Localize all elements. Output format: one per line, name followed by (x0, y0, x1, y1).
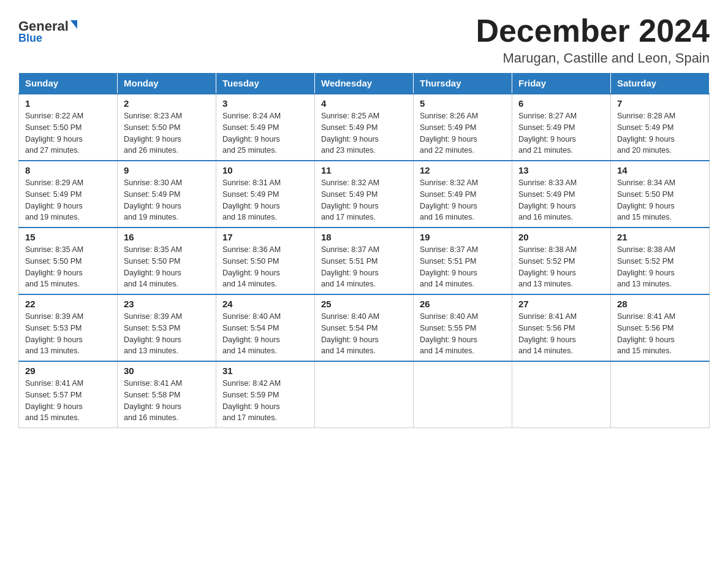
column-header-saturday: Saturday (611, 73, 710, 94)
day-info: Sunrise: 8:26 AM Sunset: 5:49 PM Dayligh… (420, 110, 506, 156)
calendar-cell: 13 Sunrise: 8:33 AM Sunset: 5:49 PM Dayl… (512, 161, 611, 228)
day-info: Sunrise: 8:25 AM Sunset: 5:49 PM Dayligh… (321, 110, 407, 156)
calendar-cell: 8 Sunrise: 8:29 AM Sunset: 5:49 PM Dayli… (19, 161, 118, 228)
calendar-cell: 20 Sunrise: 8:38 AM Sunset: 5:52 PM Dayl… (512, 228, 611, 294)
calendar-cell: 24 Sunrise: 8:40 AM Sunset: 5:54 PM Dayl… (216, 294, 315, 361)
day-info: Sunrise: 8:38 AM Sunset: 5:52 PM Dayligh… (617, 244, 703, 290)
day-number: 19 (420, 232, 506, 242)
day-info: Sunrise: 8:40 AM Sunset: 5:55 PM Dayligh… (420, 311, 506, 357)
day-number: 15 (25, 232, 111, 242)
calendar-week-row: 29 Sunrise: 8:41 AM Sunset: 5:57 PM Dayl… (19, 361, 710, 428)
day-info: Sunrise: 8:39 AM Sunset: 5:53 PM Dayligh… (25, 311, 111, 357)
calendar-cell: 22 Sunrise: 8:39 AM Sunset: 5:53 PM Dayl… (19, 294, 118, 361)
calendar-cell: 31 Sunrise: 8:42 AM Sunset: 5:59 PM Dayl… (216, 361, 315, 428)
day-number: 4 (321, 98, 407, 109)
calendar-title: December 2024 (476, 12, 710, 49)
day-number: 8 (25, 165, 111, 175)
column-header-monday: Monday (118, 73, 216, 94)
day-number: 28 (617, 299, 703, 309)
day-info: Sunrise: 8:24 AM Sunset: 5:49 PM Dayligh… (222, 110, 308, 156)
day-number: 10 (222, 165, 308, 175)
calendar-cell: 11 Sunrise: 8:32 AM Sunset: 5:49 PM Dayl… (315, 161, 414, 228)
day-number: 9 (124, 165, 210, 175)
day-number: 31 (222, 366, 308, 376)
calendar-cell: 30 Sunrise: 8:41 AM Sunset: 5:58 PM Dayl… (118, 361, 216, 428)
calendar-cell: 14 Sunrise: 8:34 AM Sunset: 5:50 PM Dayl… (611, 161, 710, 228)
day-info: Sunrise: 8:42 AM Sunset: 5:59 PM Dayligh… (222, 378, 308, 424)
logo-blue-text: Blue (18, 32, 42, 45)
calendar-week-row: 22 Sunrise: 8:39 AM Sunset: 5:53 PM Dayl… (19, 294, 710, 361)
day-number: 12 (420, 165, 506, 175)
day-number: 23 (124, 299, 210, 309)
title-section: December 2024 Marugan, Castille and Leon… (476, 12, 710, 66)
calendar-cell: 15 Sunrise: 8:35 AM Sunset: 5:50 PM Dayl… (19, 228, 118, 294)
page-header: General Blue December 2024 Marugan, Cast… (18, 12, 710, 66)
day-info: Sunrise: 8:41 AM Sunset: 5:56 PM Dayligh… (518, 311, 604, 357)
calendar-cell: 29 Sunrise: 8:41 AM Sunset: 5:57 PM Dayl… (19, 361, 118, 428)
day-info: Sunrise: 8:30 AM Sunset: 5:49 PM Dayligh… (124, 177, 210, 223)
calendar-cell: 4 Sunrise: 8:25 AM Sunset: 5:49 PM Dayli… (315, 94, 414, 161)
calendar-cell: 25 Sunrise: 8:40 AM Sunset: 5:54 PM Dayl… (315, 294, 414, 361)
day-number: 7 (617, 98, 703, 109)
day-number: 27 (518, 299, 604, 309)
calendar-cell: 19 Sunrise: 8:37 AM Sunset: 5:51 PM Dayl… (414, 228, 512, 294)
day-info: Sunrise: 8:40 AM Sunset: 5:54 PM Dayligh… (222, 311, 308, 357)
calendar-table: SundayMondayTuesdayWednesdayThursdayFrid… (18, 72, 710, 428)
day-info: Sunrise: 8:37 AM Sunset: 5:51 PM Dayligh… (420, 244, 506, 290)
logo: General Blue (18, 18, 77, 45)
day-info: Sunrise: 8:34 AM Sunset: 5:50 PM Dayligh… (617, 177, 703, 223)
day-info: Sunrise: 8:39 AM Sunset: 5:53 PM Dayligh… (124, 311, 210, 357)
day-number: 25 (321, 299, 407, 309)
calendar-cell: 18 Sunrise: 8:37 AM Sunset: 5:51 PM Dayl… (315, 228, 414, 294)
day-info: Sunrise: 8:40 AM Sunset: 5:54 PM Dayligh… (321, 311, 407, 357)
calendar-cell: 9 Sunrise: 8:30 AM Sunset: 5:49 PM Dayli… (118, 161, 216, 228)
day-info: Sunrise: 8:33 AM Sunset: 5:49 PM Dayligh… (518, 177, 604, 223)
day-number: 16 (124, 232, 210, 242)
day-number: 11 (321, 165, 407, 175)
day-info: Sunrise: 8:36 AM Sunset: 5:50 PM Dayligh… (222, 244, 308, 290)
column-header-sunday: Sunday (19, 73, 118, 94)
calendar-cell: 21 Sunrise: 8:38 AM Sunset: 5:52 PM Dayl… (611, 228, 710, 294)
calendar-cell: 28 Sunrise: 8:41 AM Sunset: 5:56 PM Dayl… (611, 294, 710, 361)
calendar-cell: 1 Sunrise: 8:22 AM Sunset: 5:50 PM Dayli… (19, 94, 118, 161)
calendar-subtitle: Marugan, Castille and Leon, Spain (476, 50, 710, 66)
day-number: 5 (420, 98, 506, 109)
day-info: Sunrise: 8:27 AM Sunset: 5:49 PM Dayligh… (518, 110, 604, 156)
calendar-cell: 7 Sunrise: 8:28 AM Sunset: 5:49 PM Dayli… (611, 94, 710, 161)
calendar-cell: 5 Sunrise: 8:26 AM Sunset: 5:49 PM Dayli… (414, 94, 512, 161)
day-info: Sunrise: 8:41 AM Sunset: 5:57 PM Dayligh… (25, 378, 111, 424)
day-info: Sunrise: 8:37 AM Sunset: 5:51 PM Dayligh… (321, 244, 407, 290)
calendar-cell: 17 Sunrise: 8:36 AM Sunset: 5:50 PM Dayl… (216, 228, 315, 294)
day-number: 30 (124, 366, 210, 376)
day-number: 18 (321, 232, 407, 242)
day-number: 17 (222, 232, 308, 242)
calendar-cell (315, 361, 414, 428)
day-info: Sunrise: 8:41 AM Sunset: 5:56 PM Dayligh… (617, 311, 703, 357)
calendar-cell: 26 Sunrise: 8:40 AM Sunset: 5:55 PM Dayl… (414, 294, 512, 361)
calendar-cell: 3 Sunrise: 8:24 AM Sunset: 5:49 PM Dayli… (216, 94, 315, 161)
day-info: Sunrise: 8:41 AM Sunset: 5:58 PM Dayligh… (124, 378, 210, 424)
day-number: 1 (25, 98, 111, 109)
day-info: Sunrise: 8:35 AM Sunset: 5:50 PM Dayligh… (124, 244, 210, 290)
day-info: Sunrise: 8:32 AM Sunset: 5:49 PM Dayligh… (420, 177, 506, 223)
calendar-week-row: 15 Sunrise: 8:35 AM Sunset: 5:50 PM Dayl… (19, 228, 710, 294)
day-number: 24 (222, 299, 308, 309)
day-number: 3 (222, 98, 308, 109)
calendar-week-row: 1 Sunrise: 8:22 AM Sunset: 5:50 PM Dayli… (19, 94, 710, 161)
day-info: Sunrise: 8:28 AM Sunset: 5:49 PM Dayligh… (617, 110, 703, 156)
day-number: 2 (124, 98, 210, 109)
calendar-cell: 16 Sunrise: 8:35 AM Sunset: 5:50 PM Dayl… (118, 228, 216, 294)
calendar-cell: 12 Sunrise: 8:32 AM Sunset: 5:49 PM Dayl… (414, 161, 512, 228)
column-header-thursday: Thursday (414, 73, 512, 94)
day-info: Sunrise: 8:31 AM Sunset: 5:49 PM Dayligh… (222, 177, 308, 223)
calendar-cell: 27 Sunrise: 8:41 AM Sunset: 5:56 PM Dayl… (512, 294, 611, 361)
calendar-cell: 23 Sunrise: 8:39 AM Sunset: 5:53 PM Dayl… (118, 294, 216, 361)
day-number: 20 (518, 232, 604, 242)
day-number: 29 (25, 366, 111, 376)
day-number: 6 (518, 98, 604, 109)
calendar-header-row: SundayMondayTuesdayWednesdayThursdayFrid… (19, 73, 710, 94)
calendar-cell (414, 361, 512, 428)
calendar-cell: 2 Sunrise: 8:23 AM Sunset: 5:50 PM Dayli… (118, 94, 216, 161)
day-number: 21 (617, 232, 703, 242)
column-header-friday: Friday (512, 73, 611, 94)
